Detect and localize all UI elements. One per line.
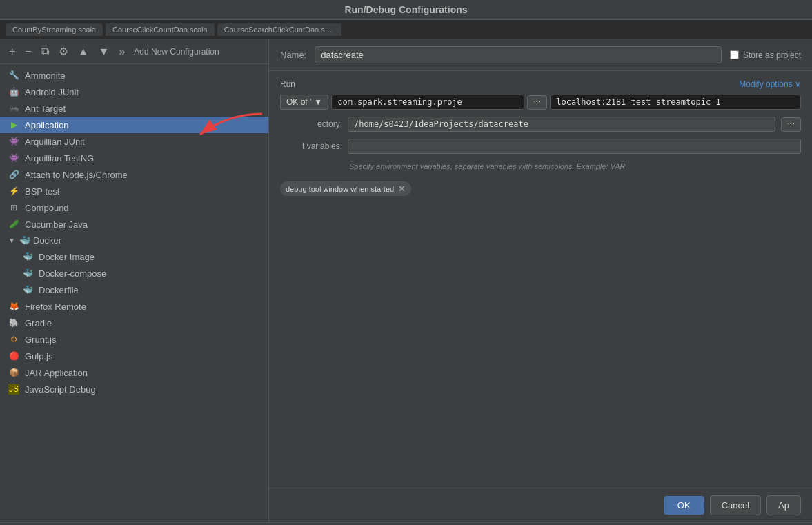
docker-expand-arrow: ▼ [8,237,17,244]
list-item-gruntjs[interactable]: ⚙ Grunt.js [0,331,268,348]
working-directory-input[interactable] [348,117,775,132]
store-as-project-label: Store as project [743,50,801,60]
tab-course-click[interactable]: CourseClickCountDao.scala [106,23,215,36]
bsp-test-label: BSP test [25,186,260,197]
android-junit-icon: 🤖 [8,86,19,97]
arquillian-junit-label: Arquillian JUnit [25,137,260,147]
config-list[interactable]: 🔧 Ammonite 🤖 Android JUnit 🐜 Ant Target … [0,64,268,522]
list-item-dockerfile[interactable]: 🐳 Dockerfile [0,281,268,298]
gulp-icon: 🔴 [8,350,19,361]
ant-target-icon: 🐜 [8,103,19,114]
docker-compose-icon: 🐳 [22,268,33,279]
ammonite-icon: 🔧 [8,70,19,81]
javascript-debug-icon: JS [8,384,19,395]
add-config-button[interactable]: + [6,44,19,59]
config-toolbar: + − ⧉ ⚙ ▲ ▼ » Add New Configuration [0,39,268,64]
list-item-attach-nodejs[interactable]: 🔗 Attach to Node.js/Chrome [0,166,268,183]
ok-button[interactable]: OK [664,496,704,515]
list-item-gulpjs[interactable]: 🔴 Gulp.js [0,348,268,364]
gradle-icon: 🐘 [8,317,19,328]
dialog-body: + − ⧉ ⚙ ▲ ▼ » Add New Configuration 🔧 Am… [0,39,812,522]
arquillian-junit-icon: 👾 [8,136,19,147]
ant-target-label: Ant Target [25,103,260,114]
env-variables-label: t variables: [280,141,342,151]
list-item-docker-image[interactable]: 🐳 Docker Image [0,248,268,265]
list-item-docker-parent[interactable]: ▼ 🐳 Docker [0,232,268,248]
list-item-docker-compose[interactable]: 🐳 Docker-compose [0,265,268,281]
list-item-ant-target[interactable]: 🐜 Ant Target [0,100,268,117]
tag-close-button[interactable]: ✕ [398,184,406,194]
docker-icon: 🐳 [19,235,30,246]
attach-nodejs-label: Attach to Node.js/Chrome [25,170,260,180]
ammonite-label: Ammonite [25,70,260,81]
main-class-dropdown[interactable]: OK of ' ▼ [280,95,328,110]
working-directory-browse-button[interactable]: ⋯ [781,117,801,132]
grunt-label: Grunt.js [25,335,260,345]
right-panel: Name: Store as project Run Modify option… [269,39,812,522]
name-row: Name: Store as project [269,39,812,71]
tab-bar: CountByStreaming.scala CourseClickCountD… [0,20,812,39]
compound-label: Compound [25,203,260,213]
left-panel: + − ⧉ ⚙ ▲ ▼ » Add New Configuration 🔧 Am… [0,39,269,522]
status-bar: ByStreaming / main(args: Array[String]) … [0,522,812,525]
list-item-arquillian-testng[interactable]: 👾 Arquillian TestNG [0,150,268,166]
tab-counting[interactable]: CountByStreaming.scala [6,23,103,36]
list-item-android-junit[interactable]: 🤖 Android JUnit [0,83,268,100]
list-item-javascript-debug[interactable]: JS JavaScript Debug [0,381,268,397]
copy-config-button[interactable]: ⧉ [38,44,52,59]
arquillian-testng-icon: 👾 [8,152,19,164]
dockerfile-icon: 🐳 [22,284,33,295]
cucumber-java-label: Cucumber Java [25,219,260,230]
compound-icon: ⊞ [8,202,19,213]
list-item-application[interactable]: ▶ Application [0,117,268,133]
android-junit-label: Android JUnit [25,87,260,97]
add-new-label: Add New Configuration [134,47,219,57]
list-item-arquillian-junit[interactable]: 👾 Arquillian JUnit [0,133,268,150]
bsp-test-icon: ⚡ [8,186,19,197]
application-icon: ▶ [8,119,19,130]
store-project-area: Store as project [730,50,801,60]
name-input[interactable] [315,46,722,63]
move-down-button[interactable]: ▼ [95,44,113,59]
more-button[interactable]: » [115,44,128,59]
list-item-jar-application[interactable]: 📦 JAR Application [0,364,268,381]
arquillian-testng-label: Arquillian TestNG [25,153,260,164]
list-item-cucumber-java[interactable]: 🥒 Cucumber Java [0,216,268,232]
list-item-firefox-remote[interactable]: 🦊 Firefox Remote [0,298,268,315]
dropdown-chevron-icon: ▼ [314,97,322,107]
list-item-bsp-test[interactable]: ⚡ BSP test [0,183,268,199]
cucumber-java-icon: 🥒 [8,219,19,230]
main-class-input[interactable] [331,95,524,110]
env-hint: Specify environment variables, separate … [280,161,801,173]
dialog-footer: OK Cancel Ap [269,488,812,522]
jar-application-icon: 📦 [8,367,19,378]
docker-label: Docker [33,235,61,246]
jar-application-label: JAR Application [25,368,260,378]
cancel-button[interactable]: Cancel [710,495,761,515]
store-as-project-checkbox[interactable] [730,50,739,59]
list-item-ammonite[interactable]: 🔧 Ammonite [0,67,268,83]
docker-image-label: Docker Image [39,252,260,262]
attach-nodejs-icon: 🔗 [8,169,19,180]
tab-course-search[interactable]: CourseSearchClickCuntDao.scala [217,23,341,36]
env-variables-row: t variables: [280,139,801,154]
move-up-button[interactable]: ▲ [75,44,92,59]
gulp-label: Gulp.js [25,351,260,361]
settings-config-button[interactable]: ⚙ [55,43,72,59]
application-label: Application [25,120,260,130]
dockerfile-label: Dockerfile [39,285,260,295]
list-item-compound[interactable]: ⊞ Compound [0,199,268,216]
modify-options-link[interactable]: Modify options ∨ [739,79,801,89]
vm-options-input[interactable] [550,95,801,110]
tag-row: debug tool window when started ✕ [280,181,801,196]
working-directory-label: ectory: [280,119,342,129]
main-class-browse-button[interactable]: ⋯ [527,95,547,110]
env-variables-input[interactable] [348,139,801,154]
main-class-row: OK of ' ▼ ⋯ [280,95,801,110]
run-label: Run [280,79,295,89]
firefox-remote-icon: 🦊 [8,301,19,312]
apply-button[interactable]: Ap [766,495,801,515]
list-item-gradle[interactable]: 🐘 Gradle [0,315,268,331]
javascript-debug-label: JavaScript Debug [25,384,260,395]
remove-config-button[interactable]: − [21,44,34,59]
